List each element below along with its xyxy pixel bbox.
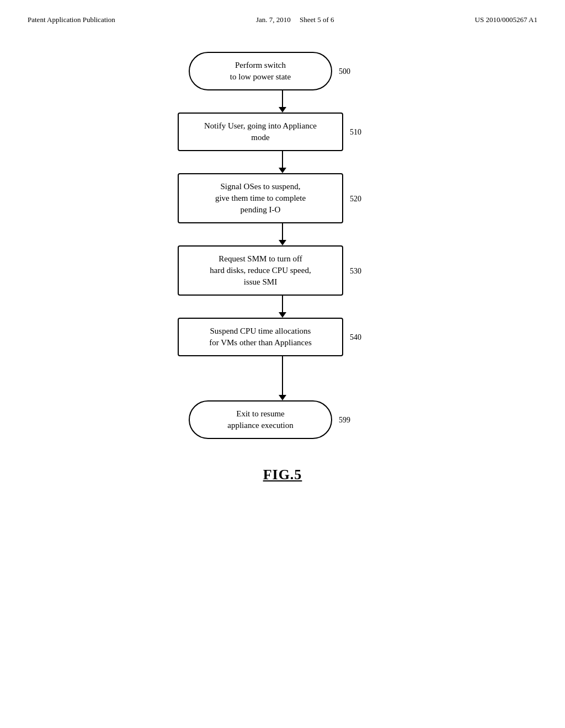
label-599: 599 — [339, 416, 350, 424]
node-500: Perform switchto low power state — [189, 52, 332, 90]
node-530: Request SMM to turn offhard disks, reduc… — [178, 245, 343, 296]
step-540: Suspend CPU time allocationsfor VMs othe… — [178, 318, 387, 400]
step-520: Signal OSes to suspend,give them time to… — [178, 173, 387, 245]
step-599: Exit to resumeappliance execution 599 — [189, 400, 376, 439]
diagram-container: Perform switchto low power state 500 Not… — [0, 52, 565, 439]
page-header: Patent Application Publication Jan. 7, 2… — [0, 0, 565, 24]
node-599: Exit to resumeappliance execution — [189, 400, 332, 439]
header-right: US 2010/0005267 A1 — [475, 15, 537, 24]
label-530: 530 — [350, 267, 361, 275]
node-540: Suspend CPU time allocationsfor VMs othe… — [178, 318, 343, 356]
step-510: Notify User, going into Appliancemode 51… — [178, 113, 387, 173]
node-520: Signal OSes to suspend,give them time to… — [178, 173, 343, 223]
arrow-530-540 — [200, 296, 365, 318]
arrow-500-510 — [200, 90, 365, 113]
arrow-510-520 — [200, 151, 365, 173]
step-530: Request SMM to turn offhard disks, reduc… — [178, 245, 387, 318]
header-left: Patent Application Publication — [28, 15, 115, 24]
header-center: Jan. 7, 2010 Sheet 5 of 6 — [256, 15, 334, 24]
label-500: 500 — [339, 67, 350, 76]
label-520: 520 — [350, 195, 361, 203]
node-510: Notify User, going into Appliancemode — [178, 113, 343, 151]
label-510: 510 — [350, 128, 361, 136]
figure-caption: FIG.5 — [0, 467, 565, 483]
label-540: 540 — [350, 333, 361, 341]
arrow-520-530 — [200, 223, 365, 245]
step-500: Perform switchto low power state 500 — [189, 52, 376, 113]
arrow-540-599: .long-arrow::before { height: 72px !impo… — [200, 356, 365, 400]
